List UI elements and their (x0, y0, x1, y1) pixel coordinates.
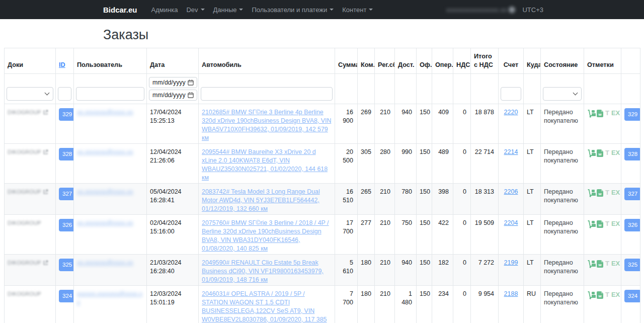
external-link-icon[interactable] (43, 148, 48, 155)
nav-item-0[interactable]: Админка (151, 6, 178, 14)
word-file-icon[interactable]: w (597, 149, 603, 156)
nav-item-3[interactable]: Пользователи и платежи (252, 6, 334, 14)
order-date: 02/04/2024 (150, 219, 195, 227)
chevron-down-icon (201, 9, 205, 11)
word-file-icon[interactable]: w (597, 220, 603, 227)
order-id-badge[interactable]: 327 (59, 188, 74, 200)
car-link[interactable]: 2075760# BMW SГ©rie 3 Berline / 2018 / 4… (202, 219, 329, 252)
order-time: 16:28:40 (150, 267, 195, 276)
mark-t-label[interactable]: T (605, 220, 609, 227)
order-id-badge[interactable]: 324 (59, 290, 74, 302)
invoice-link[interactable]: 2220 (504, 109, 518, 116)
invoice-filter-input[interactable] (501, 87, 521, 101)
word-file-icon[interactable]: w (597, 291, 603, 298)
mark-ex-label[interactable]: EX (611, 109, 620, 117)
company-name[interactable]: DIKOGROUP (8, 220, 41, 226)
value-dost: 990 (401, 148, 412, 155)
order-id-badge[interactable]: 325 (59, 259, 74, 271)
column-header-car: Автомобиль (199, 48, 335, 74)
delivery-icon[interactable] (587, 291, 597, 298)
invoice-link[interactable]: 2214 (504, 148, 518, 155)
nav-item-4[interactable]: Контент (342, 6, 373, 14)
user-email-link[interactable]: xx.xxxxxxx@xxxx.xx (77, 109, 133, 116)
column-header-total: Итого с НДС (471, 48, 499, 74)
sort-id-link[interactable]: ID (59, 61, 65, 68)
company-name[interactable]: DIKOGROUP (8, 291, 41, 297)
date-from-input[interactable]: mm/dd/yyyy (149, 77, 197, 88)
navbar-right: xxxxxxxxxxxxxxxx.xx UTC+3 (446, 6, 543, 14)
delivery-icon[interactable] (587, 220, 597, 227)
user-email-link[interactable]: xx.xxxxxxx@xxxx.xx (77, 188, 133, 195)
mark-t-label[interactable]: T (605, 291, 609, 298)
nav-item-2[interactable]: Данные (213, 6, 244, 14)
word-file-icon[interactable]: w (597, 110, 603, 117)
car-link[interactable]: 2083742# Tesla Model 3 Long Range Dual M… (202, 188, 320, 212)
external-link-icon[interactable] (43, 109, 48, 116)
brand-link[interactable]: Bidcar.eu (103, 6, 137, 14)
user-email-link[interactable]: xxxxxx.xxxxxxx@xxxx.xx (77, 290, 142, 306)
delivery-icon[interactable] (587, 189, 597, 196)
mark-t-label[interactable]: T (605, 109, 609, 117)
car-filter-input[interactable] (201, 87, 333, 101)
delivery-icon[interactable] (587, 149, 597, 156)
company-name[interactable]: DIKOGROUP (8, 109, 41, 115)
user-email-redacted[interactable]: xxxxxxxxxxxxxxxx.xx (446, 6, 516, 14)
car-link[interactable]: 2102685# BMW SГ©rie 3 Berline 4p Berline… (202, 109, 331, 141)
column-label: Состояние (544, 61, 578, 68)
svg-text:w: w (598, 294, 602, 298)
invoice-link[interactable]: 2199 (504, 259, 518, 266)
word-file-icon[interactable]: w (597, 260, 603, 267)
mark-t-label[interactable]: T (605, 260, 609, 267)
order-id-badge[interactable]: 324 (624, 290, 640, 302)
invoice-link[interactable]: 2206 (504, 188, 518, 195)
order-id-badge[interactable]: 327 (624, 188, 640, 200)
value-nds: 0 (463, 219, 466, 226)
invoice-link[interactable]: 2204 (504, 219, 518, 226)
user-filter-input[interactable] (76, 87, 144, 101)
nav-item-1[interactable]: Dev (186, 6, 204, 14)
destination-code: LT (527, 188, 534, 195)
mark-ex-label[interactable]: EX (611, 149, 620, 156)
id-filter-input[interactable] (58, 87, 71, 101)
order-id-badge[interactable]: 325 (624, 259, 640, 271)
order-id-badge[interactable]: 329 (59, 108, 74, 121)
car-link[interactable]: 2046031# OPEL ASTRA / 2019 / 5P / STATIO… (202, 290, 327, 323)
mark-ex-label[interactable]: EX (611, 220, 620, 227)
user-email-link[interactable]: xx.xxxxxxx@xxxx.xx (77, 148, 133, 155)
date-to-input[interactable]: mm/dd/yyyy (149, 90, 197, 101)
external-link-icon[interactable] (43, 259, 48, 266)
delivery-icon[interactable] (587, 110, 597, 117)
table-row: DIKOGROUP327xx.xxxxxxx@xxxx.xx05/04/2024… (5, 184, 640, 215)
column-label: Счет (504, 61, 518, 68)
value-sum: 16 900 (343, 109, 353, 124)
car-link[interactable]: 2049590# RENAULT Clio Estate 5p Break Bu… (202, 259, 324, 283)
value-of: 150 (420, 148, 430, 155)
order-id-badge[interactable]: 328 (624, 148, 640, 160)
external-link-icon[interactable] (43, 188, 48, 195)
column-header-id[interactable]: ID (56, 48, 74, 74)
mark-ex-label[interactable]: EX (611, 189, 620, 196)
order-id-badge[interactable]: 328 (59, 148, 74, 160)
order-id-badge[interactable]: 326 (624, 219, 640, 231)
user-email-text: xxxxxxxxxxxxxxxx.xx (446, 6, 507, 14)
order-id-badge[interactable]: 329 (624, 108, 640, 121)
value-kom: 305 (361, 148, 371, 155)
mark-ex-label[interactable]: EX (611, 291, 620, 298)
docs-filter-select[interactable] (7, 87, 53, 101)
company-name[interactable]: DIKOGROUP (8, 260, 41, 266)
company-name[interactable]: DIKOGROUP (8, 149, 41, 155)
word-file-icon[interactable]: w (597, 189, 603, 196)
company-name[interactable]: DIKOGROUP (8, 189, 41, 195)
delivery-icon[interactable] (587, 260, 597, 267)
mark-t-label[interactable]: T (605, 149, 609, 156)
car-link[interactable]: 2095544# BMW Baureihe X3 xDrive 20 d xLi… (202, 148, 328, 181)
order-id-badge[interactable]: 326 (59, 219, 74, 231)
table-row: DIKOGROUP326xx.xxxxxxx@xxxx.xx02/04/2024… (5, 215, 640, 255)
mark-t-label[interactable]: T (605, 189, 609, 196)
mark-ex-label[interactable]: EX (611, 260, 620, 267)
user-email-link[interactable]: xx.xxxxxxx@xxxx.xx (77, 259, 133, 266)
user-email-link[interactable]: xx.xxxxxxx@xxxx.xx (77, 219, 133, 226)
status-filter-select[interactable] (543, 87, 582, 101)
invoice-link[interactable]: 2188 (504, 290, 518, 297)
value-nds: 0 (463, 259, 466, 266)
